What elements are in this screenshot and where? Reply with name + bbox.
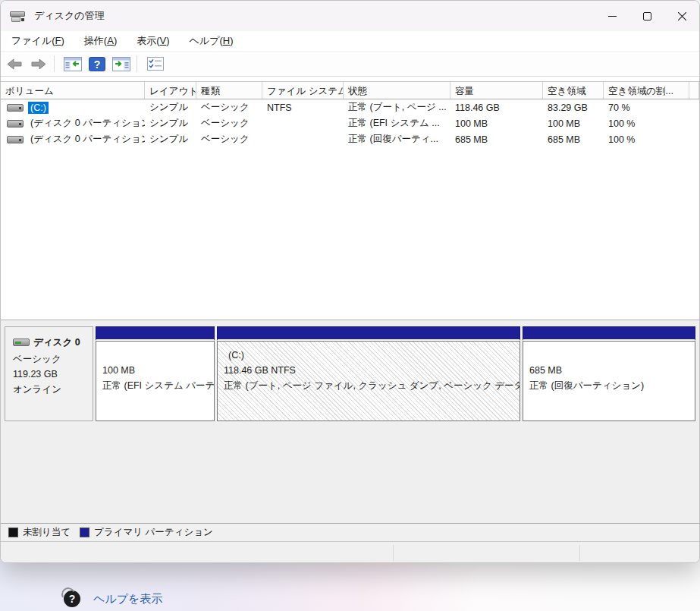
cell-status: 正常 (回復パーティ... — [344, 133, 450, 146]
column-header-volume[interactable]: ボリューム — [1, 82, 145, 99]
menu-view[interactable]: 表示(V) — [127, 31, 178, 51]
column-header-capacity[interactable]: 容量 — [450, 82, 543, 99]
legend-unallocated: 未割り当て — [8, 526, 71, 539]
show-help-link-text: ヘルプを表示 — [93, 592, 162, 606]
volume-name: (ディスク 0 パーティション 1) — [28, 116, 145, 131]
show-action-pane-button[interactable] — [111, 54, 132, 74]
cell-filesystem: NTFS — [262, 102, 344, 113]
primary-partition-color-swatch — [80, 528, 89, 537]
svg-text:?: ? — [94, 58, 101, 70]
disk-status: オンライン — [13, 382, 93, 397]
question-mark-icon: ? — [64, 591, 80, 607]
cell-capacity: 118.46 GB — [450, 102, 543, 113]
maximize-button[interactable] — [629, 1, 664, 31]
cell-type: ベーシック — [196, 133, 262, 146]
cell-percent-free: 100 % — [604, 118, 689, 129]
back-arrow-icon — [7, 58, 22, 70]
partition-block-c[interactable]: (C:) 118.46 GB NTFS 正常 (ブート, ページ ファイル, ク… — [217, 326, 520, 421]
cell-status: 正常 (ブート, ページ ... — [344, 101, 450, 114]
column-header-layout[interactable]: レイアウト — [145, 82, 196, 99]
properties-list-icon — [147, 57, 164, 71]
toolbar-separator — [137, 55, 137, 72]
partition-block-efi[interactable]: 100 MB 正常 (EFI システム パーテ — [96, 326, 215, 421]
legend-label: 未割り当て — [23, 526, 71, 539]
table-row-partition-4[interactable]: (ディスク 0 パーティション 4) シンプル ベーシック 正常 (回復パーティ… — [1, 131, 699, 147]
menu-file[interactable]: ファイル(F) — [2, 31, 74, 51]
disk-type: ベーシック — [13, 351, 93, 367]
partition-label — [529, 348, 695, 363]
column-header-type[interactable]: 種類 — [196, 82, 262, 99]
volume-drive-icon — [7, 120, 24, 128]
graphical-view-panel: ディスク 0 ベーシック 119.23 GB オンライン 100 MB 正常 (… — [1, 320, 699, 523]
table-row-c-drive[interactable]: (C:) シンプル ベーシック NTFS 正常 (ブート, ページ ... 11… — [1, 99, 699, 115]
status-bar — [1, 541, 699, 563]
cell-percent-free: 100 % — [604, 134, 689, 145]
disk-icon — [13, 339, 30, 346]
help-icon: ? — [89, 57, 105, 71]
volume-name: (ディスク 0 パーティション 4) — [28, 132, 145, 146]
disk-size: 119.23 GB — [13, 367, 93, 382]
table-row-partition-1[interactable]: (ディスク 0 パーティション 1) シンプル ベーシック 正常 (EFI シス… — [1, 115, 699, 131]
partition-status: 正常 (EFI システム パーテ — [102, 378, 214, 393]
menu-help[interactable]: ヘルプ(H) — [180, 31, 243, 51]
partition-color-bar — [96, 326, 215, 341]
menu-bar: ファイル(F) 操作(A) 表示(V) ヘルプ(H) — [1, 31, 699, 52]
legend-label: プライマリ パーティション — [94, 526, 213, 539]
partition-label — [102, 348, 214, 363]
cell-free: 100 MB — [543, 118, 604, 129]
forward-button[interactable] — [28, 54, 49, 74]
toolbar: ? — [1, 52, 699, 77]
column-header-spacer — [689, 82, 699, 99]
disk-management-app-icon — [10, 10, 27, 22]
cell-capacity: 685 MB — [450, 134, 543, 145]
maximize-icon — [643, 12, 651, 20]
list-header-row: ボリューム レイアウト 種類 ファイル システム 状態 容量 空き領域 空き領域… — [1, 81, 699, 99]
legend-bar: 未割り当て プライマリ パーティション — [1, 523, 699, 541]
help-button[interactable]: ? — [86, 54, 108, 74]
menu-action[interactable]: 操作(A) — [75, 31, 126, 51]
window-controls — [595, 1, 699, 31]
status-bar-separator — [393, 545, 394, 561]
column-header-filesystem[interactable]: ファイル システム — [262, 82, 344, 99]
action-pane-icon — [112, 57, 130, 71]
partition-size: 118.46 GB NTFS — [224, 363, 520, 378]
cell-capacity: 100 MB — [450, 118, 543, 129]
volume-list-panel: ボリューム レイアウト 種類 ファイル システム 状態 容量 空き領域 空き領域… — [1, 77, 699, 320]
partition-size: 685 MB — [529, 363, 695, 378]
cell-layout: シンプル — [145, 117, 196, 130]
column-header-status[interactable]: 状態 — [344, 82, 450, 99]
partition-block-recovery[interactable]: 685 MB 正常 (回復パーティション) — [523, 326, 695, 421]
unallocated-color-swatch — [8, 528, 18, 537]
volume-name-selected: (C:) — [28, 102, 49, 114]
volume-drive-icon — [7, 104, 24, 112]
partition-label: (C:) — [224, 348, 520, 363]
column-header-percent-free[interactable]: 空き領域の割... — [604, 82, 689, 99]
close-button[interactable] — [664, 1, 699, 31]
disk0-info-panel[interactable]: ディスク 0 ベーシック 119.23 GB オンライン — [5, 326, 93, 421]
toolbar-separator — [54, 55, 55, 72]
cell-percent-free: 70 % — [604, 102, 689, 113]
cell-free: 685 MB — [543, 134, 604, 145]
column-header-free[interactable]: 空き領域 — [543, 82, 604, 99]
partition-status: 正常 (ブート, ページ ファイル, クラッシュ ダンプ, ベーシック データ … — [224, 378, 520, 393]
partition-status: 正常 (回復パーティション) — [529, 378, 695, 393]
partition-color-bar — [217, 326, 520, 341]
legend-primary-partition: プライマリ パーティション — [80, 526, 213, 539]
back-button[interactable] — [4, 54, 25, 74]
cell-status: 正常 (EFI システム ... — [344, 117, 450, 130]
properties-button[interactable] — [145, 54, 166, 74]
cell-layout: シンプル — [145, 133, 196, 146]
minimize-icon — [608, 12, 617, 20]
disk-management-window: ディスクの管理 ファイル(F) 操作(A) 表示(V) ヘルプ(H) — [0, 0, 700, 563]
cell-type: ベーシック — [196, 117, 262, 130]
status-bar-separator — [579, 545, 580, 561]
partition-size: 100 MB — [102, 363, 214, 378]
show-console-tree-button[interactable] — [62, 54, 83, 74]
partition-color-bar — [523, 326, 695, 341]
minimize-button[interactable] — [595, 1, 629, 31]
background-help-link[interactable]: ? ヘルプを表示 — [64, 591, 162, 607]
cell-type: ベーシック — [196, 101, 262, 114]
title-bar: ディスクの管理 — [1, 1, 699, 31]
forward-arrow-icon — [31, 58, 46, 70]
volume-drive-icon — [7, 136, 24, 143]
